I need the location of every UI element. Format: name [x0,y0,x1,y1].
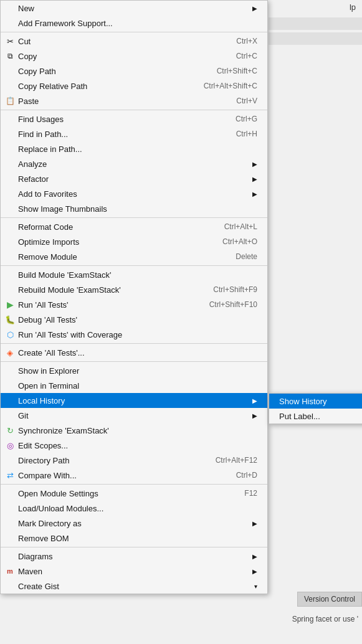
menu-item-directory-path[interactable]: Directory Path Ctrl+Alt+F12 [1,453,267,468]
menu-item-copy-path[interactable]: Copy Path Ctrl+Shift+C [1,64,267,78]
menu-item-open-module-settings[interactable]: Open Module Settings F12 [1,486,267,501]
submenu-item-put-label[interactable]: Put Label... [269,409,362,424]
menu-item-rebuild-module-shortcut: Ctrl+Shift+F9 [213,285,257,294]
menu-item-copy-shortcut: Ctrl+C [236,52,257,60]
menu-item-remove-bom[interactable]: Remove BOM [1,531,267,546]
menu-item-find-in-path-shortcut: Ctrl+H [236,130,257,138]
menu-item-reformat-code[interactable]: Reformat Code Ctrl+Alt+L [1,219,267,234]
refactor-arrow-icon: ▶ [252,176,257,182]
menu-item-copy-relative-path[interactable]: Copy Relative Path Ctrl+Alt+Shift+C [1,78,267,93]
coverage-icon: ⬡ [4,329,16,340]
paste-icon: 📋 [4,95,16,107]
menu-item-open-in-terminal[interactable]: Open in Terminal [1,378,267,393]
menu-item-run-all-tests-shortcut: Ctrl+Shift+F10 [209,300,257,309]
menu-item-local-history-label: Local History [18,396,247,405]
menu-item-add-to-favorites-label: Add to Favorites [18,189,247,199]
submenu-show-history-label: Show History [279,397,358,406]
menu-item-find-usages-shortcut: Ctrl+G [236,115,257,123]
menu-item-diagrams[interactable]: Diagrams ▶ [1,549,267,564]
submenu-item-show-history[interactable]: Show History [269,394,362,409]
separator-7 [1,484,267,485]
menu-item-copy-relative-path-label: Copy Relative Path [18,82,191,91]
menu-item-find-in-path[interactable]: Find in Path... Ctrl+H [1,126,267,141]
menu-item-remove-module[interactable]: Remove Module Delete [1,249,267,264]
menu-item-directory-path-shortcut: Ctrl+Alt+F12 [216,456,257,465]
menu-item-cut[interactable]: ✂ Cut Ctrl+X [1,34,267,49]
menu-item-refactor-label: Refactor [18,174,247,184]
menu-item-copy-path-shortcut: Ctrl+Shift+C [217,67,257,75]
menu-item-debug-all-tests[interactable]: 🐛 Debug 'All Tests' [1,312,267,327]
menu-item-debug-all-tests-label: Debug 'All Tests' [18,315,257,324]
maven-icon: m [4,566,16,577]
menu-item-edit-scopes[interactable]: ◎ Edit Scopes... [1,438,267,453]
menu-item-show-in-explorer[interactable]: Show in Explorer [1,363,267,378]
arrow-icon: ▶ [252,5,257,12]
menu-item-mark-directory-as[interactable]: Mark Directory as ▶ [1,516,267,531]
menu-item-load-unload-modules[interactable]: Load/Unload Modules... [1,501,267,516]
menu-item-copy[interactable]: ⧉ Copy Ctrl+C [1,49,267,64]
menu-item-find-usages[interactable]: Find Usages Ctrl+G [1,111,267,126]
version-control-bar: Version Control [297,592,362,607]
scissors-icon: ✂ [4,36,16,47]
menu-item-run-with-coverage-label: Run 'All Tests' with Coverage [18,330,257,339]
menu-item-paste-label: Paste [18,97,224,106]
menu-item-create-all-tests[interactable]: ◈ Create 'All Tests'... [1,345,267,360]
menu-item-replace-in-path-label: Replace in Path... [18,144,257,154]
separator-4 [1,265,267,266]
menu-item-run-with-coverage[interactable]: ⬡ Run 'All Tests' with Coverage [1,327,267,342]
compare-icon: ⇄ [4,470,16,481]
menu-item-replace-in-path[interactable]: Replace in Path... [1,141,267,156]
menu-item-synchronize[interactable]: ↻ Synchronize 'ExamStack' [1,423,267,438]
submenu-put-label-label: Put Label... [279,412,358,421]
menu-item-diagrams-label: Diagrams [18,552,247,561]
menu-item-edit-scopes-label: Edit Scopes... [18,441,257,450]
menu-item-show-image-thumbnails[interactable]: Show Image Thumbnails [1,201,267,216]
menu-item-copy-label: Copy [18,52,224,61]
copy-icon: ⧉ [4,50,16,62]
menu-item-local-history[interactable]: Local History ▶ Show History Put Label..… [1,393,267,408]
menu-item-optimize-imports[interactable]: Optimize Imports Ctrl+Alt+O [1,234,267,249]
context-menu: New ▶ Add Framework Support... ✂ Cut Ctr… [0,0,268,594]
menu-item-remove-bom-label: Remove BOM [18,534,257,543]
menu-item-show-in-explorer-label: Show in Explorer [18,366,257,376]
menu-item-run-all-tests[interactable]: ▶ Run 'All Tests' Ctrl+Shift+F10 [1,297,267,312]
mark-directory-arrow-icon: ▶ [252,520,257,527]
create-icon: ◈ [4,347,16,358]
local-history-arrow-icon: ▶ [252,397,257,404]
menu-item-cut-label: Cut [18,37,224,46]
menu-item-add-framework-label: Add Framework Support... [18,19,257,28]
menu-item-build-module[interactable]: Build Module 'ExamStack' [1,267,267,282]
menu-item-compare-with[interactable]: ⇄ Compare With... Ctrl+D [1,468,267,483]
separator-2 [1,110,267,110]
menu-item-copy-relative-path-shortcut: Ctrl+Alt+Shift+C [204,82,257,90]
menu-item-copy-path-label: Copy Path [18,67,204,76]
menu-item-open-in-terminal-label: Open in Terminal [18,381,257,391]
menu-item-git[interactable]: Git ▶ [1,408,267,423]
menu-item-optimize-imports-label: Optimize Imports [18,237,210,247]
menu-item-find-in-path-label: Find in Path... [18,130,224,139]
menu-item-rebuild-module-label: Rebuild Module 'ExamStack' [18,285,201,295]
menu-item-analyze[interactable]: Analyze ▶ [1,156,267,171]
menu-item-directory-path-label: Directory Path [18,456,203,465]
menu-item-refactor[interactable]: Refactor ▶ [1,171,267,186]
menu-item-new[interactable]: New ▶ [1,1,267,16]
git-arrow-icon: ▶ [252,412,257,419]
menu-item-rebuild-module[interactable]: Rebuild Module 'ExamStack' Ctrl+Shift+F9 [1,282,267,297]
scope-icon: ◎ [4,440,16,451]
menu-item-add-framework[interactable]: Add Framework Support... [1,16,267,31]
menu-item-maven[interactable]: m Maven ▶ [1,564,267,579]
menu-item-cut-shortcut: Ctrl+X [236,37,257,45]
menu-item-paste[interactable]: 📋 Paste Ctrl+V [1,93,267,108]
menu-item-run-all-tests-label: Run 'All Tests' [18,300,197,310]
lp-label: lp [350,2,356,12]
menu-item-add-to-favorites[interactable]: Add to Favorites ▶ [1,186,267,201]
separator-8 [1,547,267,547]
gray-bar-1 [269,17,362,30]
separator-3 [1,217,267,218]
menu-item-mark-directory-as-label: Mark Directory as [18,519,247,528]
menu-item-create-gist-label: Create Gist [18,582,249,591]
debug-icon: 🐛 [4,314,16,325]
gray-bar-2 [269,32,362,45]
menu-item-create-gist[interactable]: Create Gist ▾ [1,579,267,594]
separator-5 [1,343,267,344]
